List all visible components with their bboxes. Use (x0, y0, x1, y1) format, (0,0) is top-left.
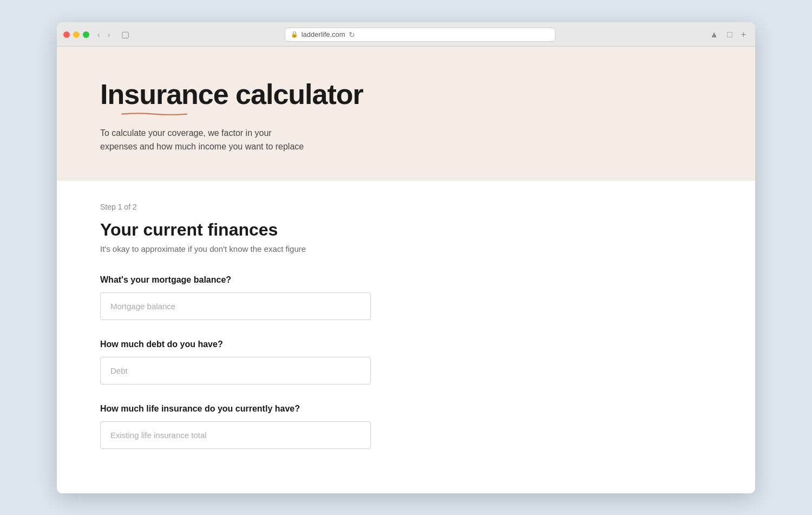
debt-group: How much debt do you have? (100, 340, 712, 384)
title-underline (100, 112, 208, 115)
section-title: Your current finances (100, 220, 712, 240)
maximize-button[interactable] (83, 31, 89, 38)
hero-section: Insurance calculator To calculate your c… (57, 47, 755, 181)
lock-icon: 🔒 (291, 31, 298, 38)
debt-input[interactable] (100, 357, 371, 384)
mortgage-balance-group: What's your mortgage balance? (100, 275, 712, 320)
back-button[interactable]: ‹ (95, 29, 103, 40)
page-title: Insurance calculator (100, 79, 712, 110)
form-section: Step 1 of 2 Your current finances It's o… (57, 181, 755, 493)
minimize-button[interactable] (73, 31, 80, 38)
life-insurance-input[interactable] (100, 421, 371, 449)
new-tab-button[interactable]: □ (724, 29, 735, 41)
share-button[interactable]: ▲ (707, 29, 721, 41)
traffic-lights (63, 31, 89, 38)
step-indicator: Step 1 of 2 (100, 203, 712, 211)
url-text: ladderlife.com (302, 30, 345, 38)
close-button[interactable] (63, 31, 70, 38)
reload-button[interactable]: ↻ (349, 30, 355, 39)
section-subtitle: It's okay to approximate if you don't kn… (100, 244, 712, 253)
browser-content: Insurance calculator To calculate your c… (57, 47, 755, 493)
nav-buttons: ‹ › (95, 29, 113, 40)
mortgage-balance-input[interactable] (100, 292, 371, 320)
hero-subtitle: To calculate your coverage, we factor in… (100, 126, 328, 154)
browser-actions: ▲ □ + (707, 29, 749, 41)
life-insurance-group: How much life insurance do you currently… (100, 404, 712, 449)
sidebar-button[interactable]: ▢ (118, 28, 133, 41)
debt-label: How much debt do you have? (100, 340, 712, 349)
forward-button[interactable]: › (105, 29, 113, 40)
life-insurance-label: How much life insurance do you currently… (100, 404, 712, 414)
address-bar[interactable]: 🔒 ladderlife.com ↻ (285, 28, 555, 42)
add-tab-button[interactable]: + (738, 29, 749, 41)
browser-window: ‹ › ▢ 🔒 ladderlife.com ↻ ▲ □ + Insurance… (57, 22, 755, 493)
mortgage-balance-label: What's your mortgage balance? (100, 275, 712, 285)
browser-chrome: ‹ › ▢ 🔒 ladderlife.com ↻ ▲ □ + (57, 22, 755, 47)
